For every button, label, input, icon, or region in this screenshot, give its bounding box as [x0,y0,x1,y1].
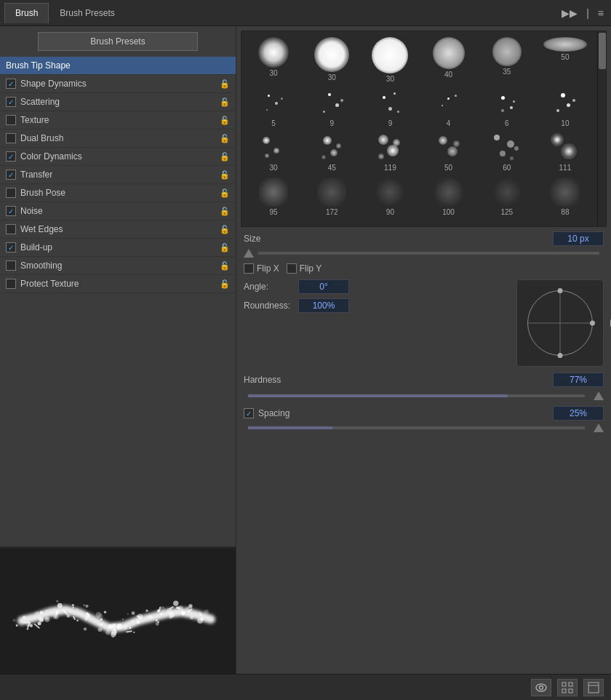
list-item-protect-texture[interactable]: Protect Texture 🔓 [0,275,236,293]
checkbox-spacing[interactable] [244,408,254,418]
brush-tip-shape-item[interactable]: Brush Tip Shape [0,57,236,75]
preset-item[interactable]: 30 [246,132,301,173]
preset-item[interactable]: 5 [246,87,301,129]
divider-icon: | [583,6,592,20]
preset-item[interactable]: 40 [420,36,476,84]
size-value[interactable]: 10 px [553,231,604,246]
eye-button[interactable] [531,679,551,696]
preset-item[interactable]: 95 [246,176,301,218]
checkbox-color-dynamics[interactable] [6,151,16,162]
preset-item[interactable]: 6 [479,87,535,129]
checkbox-scattering[interactable] [6,97,16,107]
checkbox-brush-pose[interactable] [6,188,16,198]
brush-presets-button[interactable]: Brush Presets [38,32,198,51]
list-item-smoothing[interactable]: Smoothing 🔓 [0,257,236,275]
circle-ring[interactable] [527,290,593,356]
left-panel: Brush Presets Brush Tip Shape Shape Dyna… [0,26,236,674]
spacing-slider-row [244,423,604,432]
label-scattering: Scattering [20,97,215,107]
list-item-noise[interactable]: Noise 🔓 [0,202,236,220]
roundness-label: Roundness: [244,301,298,311]
list-item-scattering[interactable]: Scattering 🔓 [0,93,236,111]
checkbox-texture[interactable] [6,115,16,125]
grid-button[interactable] [557,679,578,696]
label-smoothing: Smoothing [20,260,215,271]
list-item-brush-pose[interactable]: Brush Pose 🔓 [0,184,236,202]
checkbox-transfer[interactable] [6,170,16,180]
preset-item[interactable]: 10 [538,87,593,129]
preset-item[interactable]: 4 [420,87,476,129]
spacing-row: Spacing 25% [244,406,604,421]
preset-item[interactable]: 125 [479,176,535,218]
circle-handle-bottom[interactable] [558,353,563,358]
checkbox-protect-texture[interactable] [6,279,16,289]
hardness-slider-triangle[interactable] [594,391,604,400]
preset-item[interactable]: 30 [304,36,359,84]
angle-value[interactable]: 0° [298,279,349,294]
list-item-build-up[interactable]: Build-up 🔓 [0,239,236,257]
forward-icon[interactable]: ▶▶ [559,6,580,20]
checkbox-smoothing[interactable] [6,260,16,271]
roundness-value[interactable]: 100% [298,298,349,313]
tab-brush[interactable]: Brush [4,3,49,23]
label-texture: Texture [20,115,215,125]
lock-smoothing: 🔓 [220,261,230,271]
checkbox-flip-x[interactable] [244,263,254,274]
preset-item[interactable]: 30 [246,36,301,84]
list-item-dual-brush[interactable]: Dual Brush 🔓 [0,130,236,148]
preset-item[interactable]: 119 [362,132,418,173]
list-item-wet-edges[interactable]: Wet Edges 🔓 [0,220,236,239]
preset-item[interactable]: 50 [538,36,593,84]
preset-item[interactable]: 88 [538,176,593,218]
preset-item[interactable]: 9 [362,87,418,129]
size-row: Size 10 px [244,231,604,246]
checkbox-noise[interactable] [6,206,16,216]
menu-icon[interactable]: ≡ [595,6,607,20]
panel-button[interactable] [583,679,604,696]
preset-item[interactable]: 30 [362,36,418,84]
hardness-slider-track[interactable] [248,394,585,397]
scrollbar-thumb[interactable] [599,33,606,69]
flip-row: Flip X Flip Y [244,263,604,274]
checkbox-dual-brush[interactable] [6,133,16,143]
preset-item[interactable]: 45 [304,132,359,173]
size-slider-track[interactable] [258,252,599,255]
preset-item[interactable]: 50 [420,132,476,173]
list-item-texture[interactable]: Texture 🔓 [0,111,236,130]
svg-rect-3 [569,683,572,686]
preset-item[interactable]: 90 [362,176,418,218]
circle-handle-top[interactable] [558,288,563,293]
angle-roundness-row: Angle: 0° Roundness: 100% [244,279,604,367]
label-shape-dynamics: Shape Dynamics [20,79,215,89]
svg-rect-5 [569,689,572,693]
size-slider-triangle[interactable] [244,249,254,258]
presets-grid-scroll[interactable]: 30 30 30 40 [241,31,597,226]
spacing-slider-triangle[interactable] [594,423,604,432]
controls-area: Size 10 px Flip X [236,227,611,674]
spacing-slider-track[interactable] [248,426,585,429]
angle-roundness-wheel[interactable] [516,279,604,367]
checkbox-shape-dynamics[interactable] [6,79,16,89]
svg-rect-2 [562,683,566,686]
list-item-transfer[interactable]: Transfer 🔓 [0,166,236,184]
list-item-shape-dynamics[interactable]: Shape Dynamics 🔓 [0,75,236,93]
hardness-value[interactable]: 77% [553,373,604,387]
preset-item[interactable]: 60 [479,132,535,173]
circle-handle-right[interactable] [590,321,595,326]
tab-brush-presets[interactable]: Brush Presets [49,3,125,23]
checkbox-flip-y[interactable] [287,263,297,274]
preset-item[interactable]: 111 [538,132,593,173]
presets-scrollbar[interactable] [597,31,606,226]
preset-item[interactable]: 35 [479,36,535,84]
hardness-label: Hardness [244,375,309,385]
svg-rect-4 [562,689,566,693]
preset-item[interactable]: 172 [304,176,359,218]
spacing-value[interactable]: 25% [553,406,604,421]
checkbox-wet-edges[interactable] [6,224,16,234]
list-item-color-dynamics[interactable]: Color Dynamics 🔓 [0,148,236,166]
preset-item[interactable]: 9 [304,87,359,129]
presets-grid[interactable]: 30 30 30 40 [241,31,607,227]
preset-item[interactable]: 100 [420,176,476,218]
checkbox-build-up[interactable] [6,242,16,252]
lock-noise: 🔓 [220,207,230,216]
